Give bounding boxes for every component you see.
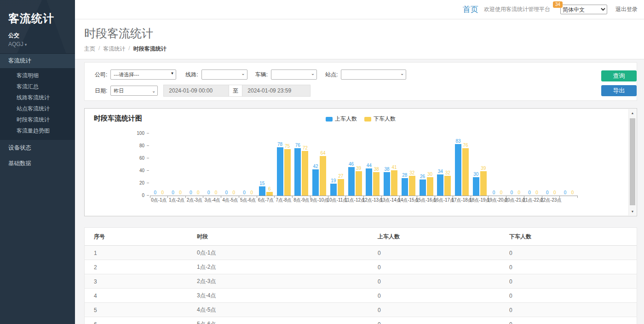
bar-上车人数 bbox=[348, 167, 355, 196]
bar-value-label: 44 bbox=[367, 163, 372, 168]
scroll-up-button[interactable]: ▲ bbox=[629, 109, 636, 117]
legend-item-下车人数[interactable]: 下车人数 bbox=[364, 115, 396, 123]
bar-value-label: 0 bbox=[493, 190, 495, 195]
scrollbar-thumb[interactable] bbox=[630, 118, 635, 205]
org-code-dropdown[interactable]: AQGJ▾ bbox=[8, 41, 67, 47]
sidebar-item-客流量趋势图[interactable]: 客流量趋势图 bbox=[0, 125, 75, 136]
bar-value-label: 46 bbox=[349, 162, 354, 167]
search-button[interactable]: 查询 bbox=[601, 70, 637, 81]
bar-下车人数 bbox=[266, 192, 273, 196]
bar-stack: 0 bbox=[206, 190, 212, 196]
line-select[interactable] bbox=[201, 69, 247, 80]
company-select[interactable]: ---请选择--- bbox=[110, 69, 176, 80]
date-preset-select[interactable]: 昨日 bbox=[110, 86, 158, 96]
date-end-input[interactable] bbox=[242, 85, 310, 97]
sidebar-item-线路客流统计[interactable]: 线路客流统计 bbox=[0, 92, 75, 103]
legend-item-上车人数[interactable]: 上车人数 bbox=[326, 115, 357, 123]
station-label: 站点: bbox=[325, 71, 338, 79]
bar-stack: 0 bbox=[188, 190, 194, 196]
bar-上车人数 bbox=[402, 178, 408, 196]
bar-stack: 0 bbox=[562, 190, 569, 196]
table-cell: 0 bbox=[500, 274, 637, 289]
chart-scrollbar[interactable]: ▲ ▼ bbox=[628, 109, 636, 215]
bar-stack: 0 bbox=[526, 190, 533, 196]
bar-stack: 0 bbox=[552, 190, 558, 196]
bar-value-label: 26 bbox=[420, 174, 425, 179]
bar-上车人数 bbox=[384, 172, 390, 196]
bar-stack: 41 bbox=[391, 165, 397, 196]
bar-上车人数 bbox=[312, 169, 319, 196]
logout-link[interactable]: 退出登录 bbox=[615, 6, 638, 13]
breadcrumb-item[interactable]: 主页 bbox=[84, 45, 95, 53]
breadcrumb-separator: / bbox=[128, 45, 130, 53]
x-axis-label: 8点-9点 bbox=[293, 197, 309, 203]
language-select[interactable]: 简体中文 bbox=[560, 5, 607, 14]
bar-stack: 19 bbox=[330, 178, 337, 196]
table-cell: 0 bbox=[368, 246, 500, 260]
chart-legend: 上车人数下车人数 bbox=[85, 115, 637, 123]
chart-category-group: 0023点-24点 bbox=[560, 134, 578, 196]
sidebar-item-客流汇总[interactable]: 客流汇总 bbox=[0, 81, 75, 92]
bar-value-label: 32 bbox=[445, 170, 450, 175]
table-cell: 6 bbox=[85, 317, 188, 324]
bar-value-label: 0 bbox=[571, 190, 574, 195]
bar-stack: 0 bbox=[544, 190, 551, 196]
station-select[interactable] bbox=[341, 69, 406, 80]
legend-color-swatch bbox=[364, 117, 371, 122]
table-row: 10点-1点00 bbox=[85, 246, 637, 260]
sidebar-section-passenger-stats[interactable]: 客流统计 bbox=[0, 54, 75, 68]
bar-上车人数 bbox=[473, 177, 479, 196]
x-axis-label: 2点-3点 bbox=[187, 197, 202, 203]
chart-category-group: 001点-2点 bbox=[168, 134, 186, 196]
bar-stack: 0 bbox=[230, 190, 237, 196]
sidebar-item-时段客流统计[interactable]: 时段客流统计 bbox=[0, 114, 75, 125]
page-heading: 时段客流统计 主页/客流统计/时段客流统计 bbox=[75, 19, 644, 59]
home-link[interactable]: 首页 bbox=[463, 4, 478, 15]
sidebar-item-客流明细[interactable]: 客流明细 bbox=[0, 70, 75, 81]
bar-stack: 76 bbox=[462, 143, 469, 196]
scroll-down-button[interactable]: ▼ bbox=[629, 208, 636, 215]
date-start-input[interactable] bbox=[163, 85, 229, 97]
x-axis-label: 0点-1点 bbox=[151, 197, 167, 203]
bar-value-label: 0 bbox=[179, 190, 182, 195]
bar-stack: 0 bbox=[223, 190, 230, 196]
bar-下车人数 bbox=[302, 151, 308, 196]
filter-panel: 公司: ---请选择--- ▼ 线路: ⌄ 车辆: ⌄ 站点: bbox=[84, 62, 637, 101]
bar-stack: 0 bbox=[241, 190, 247, 196]
bar-value-label: 38 bbox=[374, 167, 379, 172]
date-label: 日期: bbox=[95, 87, 107, 95]
x-axis-label: 1点-2点 bbox=[169, 197, 184, 203]
table-cell: 0 bbox=[500, 246, 637, 260]
bar-value-label: 0 bbox=[528, 190, 531, 195]
chart-category-group: 003点-4点 bbox=[203, 134, 221, 196]
bar-value-label: 34 bbox=[438, 169, 443, 174]
bar-上车人数 bbox=[294, 148, 301, 196]
bar-stack: 32 bbox=[444, 170, 451, 196]
app-logo: 客流统计 bbox=[8, 11, 67, 26]
table-cell: 4 bbox=[85, 289, 188, 303]
vehicle-select[interactable] bbox=[271, 69, 317, 80]
export-button[interactable]: 导出 bbox=[601, 85, 637, 96]
sidebar: 客流统计 公交 AQGJ▾ 客流统计 客流明细客流汇总线路客流统计站点客流统计时… bbox=[0, 0, 75, 324]
line-label: 线路: bbox=[185, 71, 198, 79]
bar-stack: 0 bbox=[170, 190, 176, 196]
bar-value-label: 19 bbox=[331, 178, 336, 183]
bar-上车人数 bbox=[259, 186, 265, 196]
bar-下车人数 bbox=[373, 172, 380, 196]
sidebar-item-设备状态[interactable]: 设备状态 bbox=[0, 140, 75, 156]
y-axis-tick-label: 40 bbox=[130, 168, 144, 173]
bar-value-label: 27 bbox=[338, 174, 343, 179]
legend-label: 下车人数 bbox=[374, 115, 396, 123]
table-header-序号: 序号 bbox=[85, 228, 188, 246]
bar-value-label: 83 bbox=[456, 139, 461, 144]
sidebar-item-基础数据[interactable]: 基础数据 bbox=[0, 156, 75, 171]
x-axis-label: 7点-8点 bbox=[276, 197, 291, 203]
page-title: 时段客流统计 bbox=[84, 26, 635, 41]
y-axis-tick-label: 60 bbox=[130, 156, 144, 161]
x-axis-label: 5点-6点 bbox=[240, 197, 256, 203]
x-axis-label: 4点-5点 bbox=[222, 197, 238, 203]
breadcrumb-item[interactable]: 客流统计 bbox=[103, 45, 125, 53]
sidebar-item-站点客流统计[interactable]: 站点客流统计 bbox=[0, 103, 75, 114]
bar-下车人数 bbox=[409, 176, 415, 196]
bar-下车人数 bbox=[480, 171, 487, 196]
